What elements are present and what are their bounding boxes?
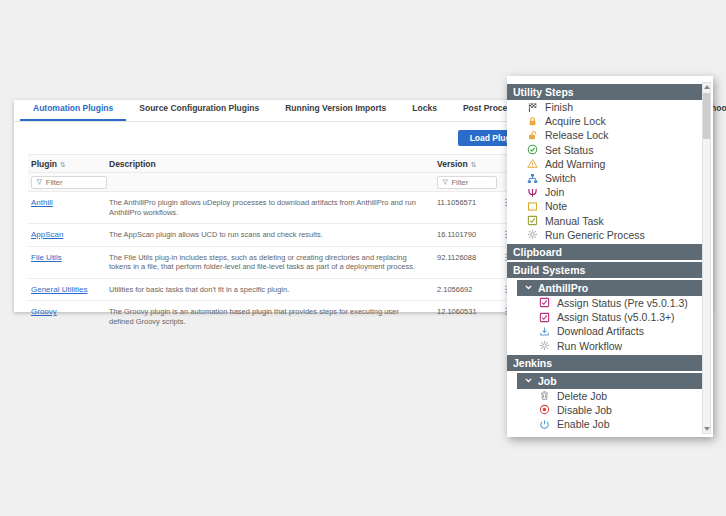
step-item-set-status[interactable]: Set Status: [507, 143, 703, 157]
step-item-acquire-lock[interactable]: Acquire Lock: [507, 114, 703, 128]
step-item-label: Assign Status (v5.0.1.3+): [557, 311, 675, 323]
tab-automation-plugins[interactable]: Automation Plugins: [20, 98, 126, 121]
panel-group-label: AnthillPro: [538, 282, 588, 294]
step-item-label: Download Artifacts: [557, 325, 644, 337]
version-filter-field[interactable]: [437, 176, 497, 189]
lock-open-icon: [527, 130, 538, 141]
step-item-assign-status-pre-v5-0-1-3[interactable]: Assign Status (Pre v5.0.1.3): [507, 296, 703, 310]
filter-funnel-icon: [36, 178, 43, 186]
step-item-release-lock[interactable]: Release Lock: [507, 128, 703, 142]
plugin-link[interactable]: Groovy: [31, 307, 57, 316]
step-item-label: Disable Job: [557, 404, 612, 416]
plugin-description: Utilities for basic tasks that don't fit…: [109, 285, 289, 294]
scrollbar-thumb[interactable]: [703, 93, 710, 139]
join-icon: [527, 187, 538, 198]
step-item-label: Switch: [545, 172, 576, 184]
step-item-label: Acquire Lock: [545, 115, 606, 127]
step-item-finish[interactable]: Finish: [507, 100, 703, 114]
step-item-label: Assign Status (Pre v5.0.1.3): [557, 297, 688, 309]
version-column-header[interactable]: Version⇅: [437, 159, 499, 169]
step-item-switch[interactable]: Switch: [507, 171, 703, 185]
plugin-description: The AnthillPro plugin allows uDeploy pro…: [109, 198, 416, 217]
step-item-label: Manual Task: [545, 215, 604, 227]
step-item-download-artifacts[interactable]: Download Artifacts: [507, 324, 703, 338]
download-icon: [539, 326, 550, 337]
chevron-down-icon: [524, 376, 533, 385]
plugin-version: 12.1060531: [437, 307, 477, 316]
plugin-link[interactable]: AppScan: [31, 230, 63, 239]
plugin-version: 92.1126088: [437, 253, 476, 262]
plugin-column-header[interactable]: Plugin⇅: [28, 159, 109, 169]
warning-triangle-icon: [527, 158, 538, 169]
step-item-disable-job[interactable]: Disable Job: [507, 403, 703, 417]
version-filter-input[interactable]: [451, 178, 492, 187]
panel-section-header-clipboard: Clipboard: [507, 244, 703, 260]
circle-check-icon: [527, 144, 538, 155]
tree-icon: [527, 173, 538, 184]
step-item-delete-job[interactable]: Delete Job: [507, 389, 703, 403]
step-item-manual-task[interactable]: Manual Task: [507, 214, 703, 228]
table-body: AnthillThe AnthillPro plugin allows uDep…: [28, 192, 528, 333]
step-item-label: Release Lock: [545, 129, 609, 141]
plugins-table: Plugin⇅ Description Version⇅: [28, 154, 528, 333]
panel-group-label: Job: [538, 375, 557, 387]
plugin-description: The File Utils plug-in includes steps, s…: [109, 253, 415, 272]
panel-section-header-utility-steps: Utility Steps: [507, 84, 703, 100]
checkbox-icon: [539, 312, 550, 323]
record-icon: [539, 404, 550, 415]
step-item-label: Note: [545, 200, 567, 212]
panel-section-header-build-systems: Build Systems: [507, 262, 703, 278]
step-item-assign-status-v5-0-1-3[interactable]: Assign Status (v5.0.1.3+): [507, 310, 703, 324]
chevron-down-icon: [524, 283, 533, 292]
plugin-version: 11.1056571: [437, 198, 476, 207]
step-item-run-workflow[interactable]: Run Workflow: [507, 338, 703, 352]
step-item-label: Join: [545, 186, 564, 198]
plugin-link[interactable]: File Utils: [31, 253, 62, 262]
plugin-link[interactable]: General Utilities: [31, 285, 87, 294]
step-item-label: Delete Job: [557, 390, 607, 402]
table-row: AppScanThe AppScan plugin allows UCD to …: [28, 224, 528, 247]
version-column-label: Version: [437, 159, 468, 169]
note-icon: [527, 201, 538, 212]
plugin-link[interactable]: Anthill: [31, 198, 53, 207]
panel-group-job[interactable]: Job: [517, 373, 703, 389]
gear-icon: [539, 340, 550, 351]
plugin-description: The AppScan plugin allows UCD to run sca…: [109, 230, 323, 239]
steps-list: Utility StepsFinishAcquire LockRelease L…: [507, 84, 703, 431]
description-column-label: Description: [109, 159, 156, 169]
plugin-filter-field[interactable]: [31, 176, 107, 189]
step-item-label: Run Workflow: [557, 340, 622, 352]
scroll-down-arrow-icon[interactable]: [703, 425, 710, 433]
panel-scrollbar[interactable]: [702, 82, 711, 434]
checkbox-icon: [527, 215, 538, 226]
table-header-row: Plugin⇅ Description Version⇅: [28, 154, 528, 173]
step-item-note[interactable]: Note: [507, 199, 703, 213]
steps-palette-panel: Utility StepsFinishAcquire LockRelease L…: [507, 76, 713, 437]
panel-group-anthillpro[interactable]: AnthillPro: [517, 280, 703, 296]
step-item-join[interactable]: Join: [507, 185, 703, 199]
tab-running-version-imports[interactable]: Running Version Imports: [272, 98, 399, 121]
step-item-add-warning[interactable]: Add Warning: [507, 157, 703, 171]
plugin-column-label: Plugin: [31, 159, 57, 169]
tab-source-configuration-plugins[interactable]: Source Configuration Plugins: [126, 98, 272, 121]
table-filter-row: [28, 173, 528, 192]
plugin-version: 2.1056692: [437, 285, 472, 294]
power-icon: [539, 419, 550, 430]
step-item-run-generic-process[interactable]: Run Generic Process: [507, 228, 703, 242]
sort-icon[interactable]: ⇅: [471, 161, 477, 168]
scroll-up-arrow-icon[interactable]: [703, 83, 710, 91]
tab-locks[interactable]: Locks: [399, 98, 450, 121]
flag-checkered-icon: [527, 102, 538, 113]
plugin-version: 16.1101790: [437, 230, 476, 239]
sort-icon[interactable]: ⇅: [60, 161, 66, 168]
trash-icon: [539, 390, 550, 401]
step-item-label: Run Generic Process: [545, 229, 645, 241]
plugin-description: The Groovy plugin is an automation based…: [109, 307, 399, 326]
step-item-enable-job[interactable]: Enable Job: [507, 417, 703, 431]
table-row: General UtilitiesUtilities for basic tas…: [28, 279, 528, 302]
plugin-filter-input[interactable]: [46, 178, 102, 187]
description-column-header: Description: [109, 159, 437, 169]
table-row: GroovyThe Groovy plugin is an automation…: [28, 301, 528, 333]
panel-section-header-jenkins: Jenkins: [507, 355, 703, 371]
step-item-label: Finish: [545, 101, 573, 113]
